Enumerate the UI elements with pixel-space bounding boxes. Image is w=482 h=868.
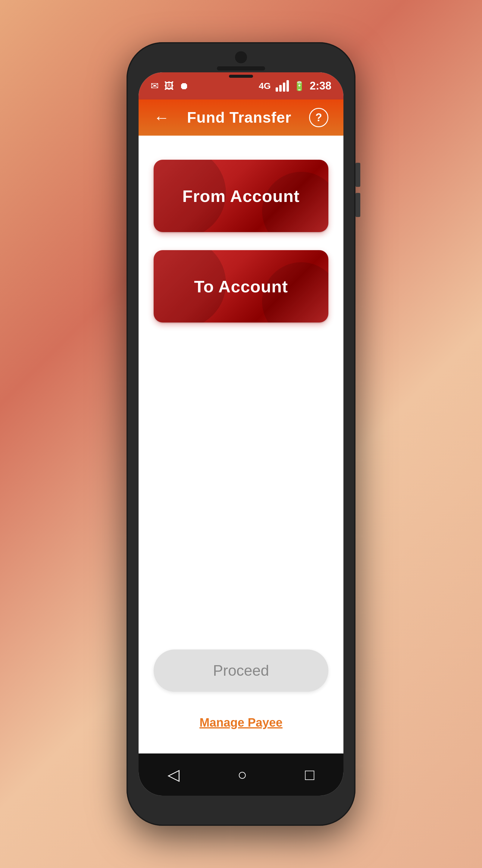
from-account-label: From Account bbox=[182, 186, 299, 206]
phone-camera bbox=[235, 51, 247, 63]
signal-label: 4G bbox=[259, 81, 271, 91]
back-button[interactable]: ← bbox=[154, 110, 169, 125]
toolbar: ← Fund Transfer ? bbox=[138, 99, 344, 135]
help-button[interactable]: ? bbox=[309, 108, 328, 127]
nav-home-icon[interactable]: ○ bbox=[238, 766, 247, 784]
gmail-icon: ✉ bbox=[151, 80, 159, 92]
to-account-label: To Account bbox=[194, 277, 288, 296]
phone-speaker bbox=[217, 66, 265, 70]
nav-recent-icon[interactable]: □ bbox=[305, 766, 314, 784]
main-content: From Account To Account Proceed Manage P… bbox=[138, 135, 344, 753]
phone-device: ✉ 🖼 ⏺ 4G 🔋 2:38 ← Fund Transfer ? bbox=[127, 42, 355, 826]
volume-buttons bbox=[355, 163, 360, 217]
phone-screen: ✉ 🖼 ⏺ 4G 🔋 2:38 ← Fund Transfer ? bbox=[138, 72, 344, 796]
manage-payee-link[interactable]: Manage Payee bbox=[199, 716, 283, 730]
status-right-area: 4G 🔋 2:38 bbox=[259, 80, 331, 92]
proceed-button[interactable]: Proceed bbox=[154, 650, 328, 692]
nav-back-icon[interactable]: ◁ bbox=[167, 766, 180, 784]
vol-down bbox=[355, 193, 360, 217]
proceed-label: Proceed bbox=[213, 662, 269, 679]
status-left-icons: ✉ 🖼 ⏺ bbox=[151, 80, 189, 92]
page-title: Fund Transfer bbox=[187, 109, 291, 126]
vol-up bbox=[355, 163, 360, 187]
phone-speaker-btn bbox=[229, 75, 253, 78]
bottom-nav: ◁ ○ □ bbox=[138, 753, 344, 796]
signal-bars bbox=[276, 80, 289, 92]
to-account-card[interactable]: To Account bbox=[154, 250, 328, 322]
image-icon: 🖼 bbox=[164, 81, 174, 92]
clock: 2:38 bbox=[310, 80, 331, 92]
battery-icon: 🔋 bbox=[294, 81, 305, 91]
from-account-card[interactable]: From Account bbox=[154, 160, 328, 232]
record-icon: ⏺ bbox=[179, 81, 189, 92]
